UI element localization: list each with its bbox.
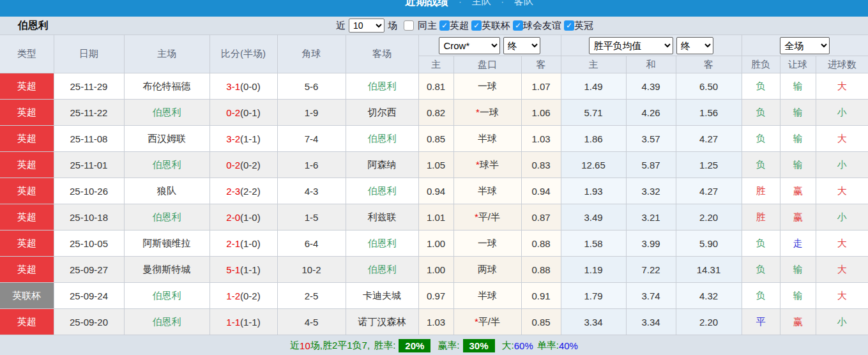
date-cell: 25-09-20 [54, 309, 124, 335]
handicap-text: 平/半 [478, 316, 500, 327]
home-team-name: 伯恩利 [153, 316, 181, 327]
away-team-cell: 伯恩利 [346, 257, 418, 283]
table-row: 英超 25-09-27 曼彻斯特城 5-1(1-1) 10-2 伯恩利 1.00… [0, 257, 868, 283]
europe-home-odds: 1.93 [561, 178, 626, 204]
home-team-name: 西汉姆联 [148, 133, 186, 144]
table-row: 英超 25-09-20 伯恩利 1-1(1-1) 4-5 诺丁汉森林 1.03 … [0, 309, 868, 335]
tab-home-team[interactable]: 主队 [472, 0, 491, 8]
result-handicap-cell: 输 [780, 100, 816, 126]
result-wdl: 负 [756, 133, 766, 144]
result-wdl: 胜 [756, 185, 766, 196]
away-team-cell: 伯恩利 [346, 73, 418, 100]
result-handicap-cell: 输 [780, 257, 816, 283]
asia-handicap-cell: 两球 [453, 257, 521, 283]
summary-prefix: 近 [290, 340, 300, 352]
handicap-text: 半球 [478, 133, 497, 144]
europe-draw-odds: 3.34 [626, 309, 676, 335]
col-header-away: 客场 [346, 35, 418, 73]
league-badge: 英超 [0, 178, 54, 204]
separator-dot: · [501, 0, 504, 6]
scope-select[interactable]: 全场 [780, 37, 830, 54]
corner-cell: 1-9 [277, 100, 346, 126]
asia-odds-header: Crow* 终 [418, 35, 561, 56]
asia-time-select[interactable]: 终 [503, 37, 540, 54]
result-wdl-cell: 负 [742, 257, 780, 283]
result-goals-cell: 小 [816, 100, 868, 126]
europe-away-odds: 1.25 [676, 152, 742, 178]
result-handicap: 输 [793, 80, 803, 91]
asia-away-odds: 0.87 [521, 204, 561, 230]
asia-home-odds: 0.85 [418, 126, 453, 152]
result-scope-header: 全场 [742, 35, 868, 56]
handicap-text: 两球 [478, 264, 497, 275]
league-label-yingguan: 英冠 [574, 20, 593, 32]
result-wdl-cell: 负 [742, 126, 780, 152]
date-cell: 25-11-08 [54, 126, 124, 152]
europe-away-odds: 2.20 [676, 309, 742, 335]
europe-draw-odds: 3.21 [626, 204, 676, 230]
handicap-text: 半球 [478, 290, 497, 301]
league-badge: 英超 [0, 73, 54, 100]
subheader-eu-home: 主 [561, 56, 626, 73]
league-checkbox-qiuhuiyouyi[interactable] [513, 20, 523, 31]
europe-home-odds: 3.49 [561, 204, 626, 230]
europe-company-select[interactable]: 胜平负均值 [589, 37, 673, 54]
europe-home-odds: 5.71 [561, 100, 626, 126]
recent-count-select[interactable]: 10 [349, 19, 385, 33]
result-goals-cell: 小 [816, 309, 868, 335]
corner-cell: 4-3 [277, 178, 346, 204]
asia-home-odds: 1.00 [418, 230, 453, 257]
same-home-label: 同主 [418, 20, 437, 32]
europe-draw-odds: 4.39 [626, 73, 676, 100]
home-team-cell: 伯恩利 [124, 152, 209, 178]
league-label-yingchao: 英超 [450, 20, 469, 32]
away-team-name: 切尔西 [368, 107, 397, 117]
col-header-score: 比分(半场) [209, 35, 277, 73]
corner-cell: 1-6 [277, 152, 346, 178]
home-team-cell: 伯恩利 [124, 283, 209, 309]
europe-home-odds: 3.34 [561, 309, 626, 335]
asia-company-select[interactable]: Crow* [439, 37, 500, 54]
asia-handicap-cell: 半球 [453, 126, 521, 152]
asia-away-odds: 0.88 [521, 230, 561, 257]
league-checkbox-yinglianbei[interactable] [471, 20, 482, 31]
europe-time-select[interactable]: 终 [676, 37, 713, 54]
home-team-cell: 布伦特福德 [124, 73, 209, 100]
home-team-name: 伯恩利 [153, 290, 181, 301]
table-row: 英超 25-10-18 伯恩利 2-0(1-0) 1-5 利兹联 1.01 *平… [0, 204, 868, 230]
score-cell: 3-1(0-0) [209, 73, 277, 100]
result-goals: 小 [837, 211, 847, 222]
date-cell: 25-09-24 [54, 283, 124, 309]
asia-away-odds: 1.06 [521, 100, 561, 126]
asia-handicap-cell: 半球 [453, 178, 521, 204]
score-cell: 0-2(0-1) [209, 100, 277, 126]
result-wdl: 负 [756, 159, 766, 170]
home-team-cell: 曼彻斯特城 [124, 257, 209, 283]
full-time-score: 1-1 [226, 317, 240, 328]
asia-away-odds: 0.94 [521, 178, 561, 204]
europe-away-odds: 4.27 [676, 178, 742, 204]
home-team-name: 狼队 [157, 185, 176, 196]
asia-away-odds: 1.07 [521, 73, 561, 100]
away-team-cell: 伯恩利 [346, 126, 418, 152]
half-time-score: (1-1) [240, 133, 261, 144]
col-header-corner: 角球 [277, 35, 346, 73]
subheader-eu-away: 客 [676, 56, 742, 73]
europe-away-odds: 5.90 [676, 230, 742, 257]
same-home-checkbox[interactable] [404, 20, 414, 31]
score-cell: 2-1(1-0) [209, 230, 277, 257]
tab-away-team[interactable]: 客队 [514, 0, 533, 8]
result-goals: 小 [837, 107, 847, 117]
europe-away-odds: 2.20 [676, 204, 742, 230]
asia-handicap-cell: 一球 [453, 73, 521, 100]
europe-home-odds: 1.19 [561, 257, 626, 283]
league-checkbox-yingguan[interactable] [564, 20, 574, 31]
result-goals-cell: 小 [816, 204, 868, 230]
league-badge: 英超 [0, 126, 54, 152]
result-handicap: 输 [793, 264, 803, 275]
result-wdl-cell: 负 [742, 152, 780, 178]
result-wdl: 平 [756, 316, 766, 327]
away-team-name: 卡迪夫城 [363, 290, 401, 301]
away-team-cell: 切尔西 [346, 100, 418, 126]
league-checkbox-yingchao[interactable] [439, 20, 450, 31]
